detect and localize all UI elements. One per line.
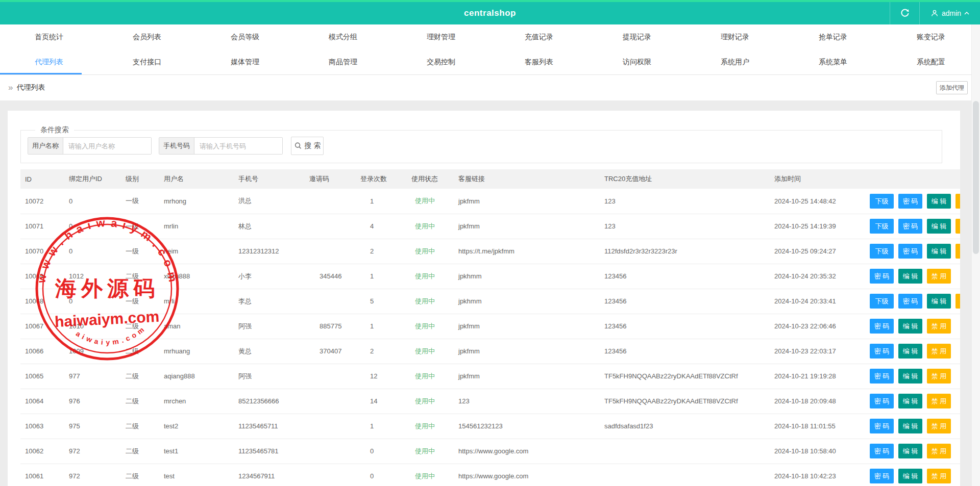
action-pwd-button[interactable]: 密 码 (870, 444, 894, 458)
cell-username: mrli (159, 289, 234, 314)
action-disable-button[interactable]: 禁 用 (955, 194, 960, 209)
action-pwd-button[interactable]: 密 码 (870, 269, 894, 284)
nav-item[interactable]: 会员列表 (98, 24, 196, 49)
nav-item[interactable]: 理财记录 (686, 24, 784, 49)
action-edit-button[interactable]: 编 辑 (927, 219, 951, 234)
action-sub-button[interactable]: 下级 (870, 294, 894, 309)
action-disable-button[interactable]: 禁 用 (955, 244, 960, 259)
action-pwd-button[interactable]: 密 码 (870, 394, 894, 408)
table-row: 100661009二级mrhuang黄总3704072使用中jpkfmm1234… (20, 339, 960, 364)
nav-item[interactable]: 交易控制 (392, 49, 490, 74)
action-pwd-button[interactable]: 密 码 (870, 419, 894, 433)
action-disable-button[interactable]: 禁 用 (927, 469, 951, 483)
nav-item[interactable]: 会员等级 (196, 24, 294, 49)
phone-label: 手机号码 (159, 138, 194, 154)
cell-service_link: jpkfmm (454, 364, 600, 389)
refresh-button[interactable] (890, 2, 919, 24)
action-edit-button[interactable]: 编 辑 (898, 394, 922, 408)
action-pwd-button[interactable]: 密 码 (898, 219, 922, 234)
nav-item-active[interactable]: 代理列表 (0, 49, 98, 74)
action-pwd-button[interactable]: 密 码 (870, 344, 894, 359)
action-edit-button[interactable]: 编 辑 (898, 344, 922, 359)
cell-actions: 密 码编 辑禁 用 (863, 464, 960, 486)
action-edit-button[interactable]: 编 辑 (927, 244, 951, 259)
cell-phone: 李总 (234, 289, 305, 314)
action-edit-button[interactable]: 编 辑 (898, 469, 922, 483)
action-disable-button[interactable]: 禁 用 (927, 269, 951, 284)
action-edit-button[interactable]: 编 辑 (898, 419, 922, 433)
username-input[interactable] (63, 138, 151, 154)
action-disable-button[interactable]: 禁 用 (927, 369, 951, 383)
action-edit-button[interactable]: 编 辑 (898, 444, 922, 458)
cell-phone: 12312312312 (234, 239, 305, 264)
nav-item[interactable]: 账变记录 (882, 24, 980, 49)
action-sub-button[interactable]: 下级 (870, 244, 894, 259)
action-sub-button[interactable]: 下级 (870, 219, 894, 234)
username-input-group: 用户名称 (28, 137, 152, 155)
add-agent-button[interactable]: 添加代理 (936, 81, 968, 94)
cell-status: 使用中 (407, 239, 454, 264)
action-pwd-button[interactable]: 密 码 (898, 244, 922, 259)
action-edit-button[interactable]: 编 辑 (927, 294, 951, 309)
cell-username: mrhuang (159, 339, 234, 364)
cell-phone: 阿强 (234, 364, 305, 389)
cell-actions: 下级密 码编 辑禁 用 (863, 289, 960, 314)
action-pwd-button[interactable]: 密 码 (870, 319, 894, 334)
table-row: 10064976二级mrchen8521235666614使用中123TF5kF… (20, 389, 960, 414)
cell-invite_code (305, 414, 356, 439)
admin-menu[interactable]: admin (920, 2, 980, 24)
action-disable-button[interactable]: 禁 用 (927, 344, 951, 359)
action-edit-button[interactable]: 编 辑 (898, 369, 922, 383)
cell-added_time: 2024-10-24 20:33:41 (770, 289, 863, 314)
cell-id: 10071 (20, 214, 64, 239)
cell-username: test (159, 464, 234, 486)
cell-bind_id: 1009 (64, 339, 121, 364)
cell-invite_code (305, 439, 356, 464)
nav-item[interactable]: 支付接口 (98, 49, 196, 74)
nav-item[interactable]: 首页统计 (0, 24, 98, 49)
action-disable-button[interactable]: 禁 用 (927, 394, 951, 408)
cell-added_time: 2024-10-18 20:09:48 (770, 389, 863, 414)
nav-item[interactable]: 系统配置 (882, 49, 980, 74)
action-disable-button[interactable]: 禁 用 (927, 419, 951, 433)
action-disable-button[interactable]: 禁 用 (955, 294, 960, 309)
nav-item[interactable]: 抢单记录 (784, 24, 882, 49)
action-edit-button[interactable]: 编 辑 (927, 194, 951, 209)
table-row: 100700一级heim123123123122使用中https://t.me/… (20, 239, 960, 264)
nav-item[interactable]: 充值记录 (490, 24, 588, 49)
cell-bind_id: 977 (64, 364, 121, 389)
phone-input[interactable] (194, 138, 282, 154)
nav-item[interactable]: 商品管理 (294, 49, 392, 74)
nav-item[interactable]: 理财管理 (392, 24, 490, 49)
action-disable-button[interactable]: 禁 用 (955, 219, 960, 234)
search-button[interactable]: 搜 索 (291, 137, 324, 155)
action-edit-button[interactable]: 编 辑 (898, 269, 922, 284)
action-sub-button[interactable]: 下级 (870, 194, 894, 209)
page-scrollbar[interactable] (971, 24, 980, 486)
action-edit-button[interactable]: 编 辑 (898, 319, 922, 334)
nav-item[interactable]: 提现记录 (588, 24, 686, 49)
action-pwd-button[interactable]: 密 码 (898, 294, 922, 309)
nav-item[interactable]: 模式分组 (294, 24, 392, 49)
action-pwd-button[interactable]: 密 码 (870, 369, 894, 383)
cell-added_time: 2024-10-18 11:01:55 (770, 414, 863, 439)
cell-id: 10068 (20, 289, 64, 314)
table-row: 10065977二级aqiang888阿强12使用中jpkfmmTF5kFH9N… (20, 364, 960, 389)
cell-trc20: 123 (600, 214, 770, 239)
main-nav: 首页统计会员列表会员等级模式分组理财管理充值记录提现记录理财记录抢单记录账变记录… (0, 24, 980, 75)
agent-table: ID绑定用户ID级别用户名手机号邀请码登录次数使用状态客服链接TRC20充值地址… (20, 169, 960, 486)
action-disable-button[interactable]: 禁 用 (927, 319, 951, 334)
cell-phone: 林总 (234, 214, 305, 239)
scrollbar-thumb[interactable] (973, 101, 979, 254)
nav-item[interactable]: 访问权限 (588, 49, 686, 74)
nav-item[interactable]: 系统用户 (686, 49, 784, 74)
nav-item[interactable]: 系统菜单 (784, 49, 882, 74)
nav-item[interactable]: 媒体管理 (196, 49, 294, 74)
action-pwd-button[interactable]: 密 码 (898, 194, 922, 209)
nav-item[interactable]: 客服列表 (490, 49, 588, 74)
cell-added_time: 2024-10-18 10:58:40 (770, 439, 863, 464)
cell-bind_id: 972 (64, 439, 121, 464)
action-pwd-button[interactable]: 密 码 (870, 469, 894, 483)
cell-actions: 密 码编 辑禁 用 (863, 314, 960, 339)
action-disable-button[interactable]: 禁 用 (927, 444, 951, 458)
